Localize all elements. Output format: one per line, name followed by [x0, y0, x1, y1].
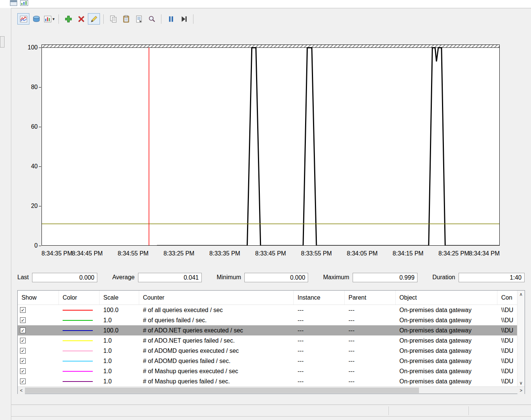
counter-row[interactable]: ✓1.0# of Mashup queries executed / sec--… [18, 366, 518, 376]
status-bar-inner [11, 405, 531, 417]
counter-row[interactable]: ✓1.0# of ADOMD queries failed / sec.----… [18, 356, 518, 366]
dropdown-arrow-icon[interactable]: ▾ [52, 17, 55, 22]
stat-duration: Duration1:40 [432, 273, 524, 282]
show-checkbox[interactable]: ✓ [20, 368, 26, 374]
x-axis-label: 8:33:35 PM [209, 250, 240, 257]
scroll-up-button[interactable]: ∧ [517, 291, 525, 298]
instance-cell: --- [294, 317, 345, 324]
show-checkbox[interactable]: ✓ [20, 358, 26, 364]
view-current-activity-button[interactable] [17, 13, 29, 25]
y-axis-label: 40 [21, 163, 38, 170]
scroll-left-button[interactable]: < [18, 387, 25, 394]
column-header-instance[interactable]: Instance [294, 291, 345, 305]
show-cell: ✓ [18, 368, 59, 374]
scale-cell: 1.0 [100, 358, 139, 365]
instance-cell: --- [294, 368, 345, 375]
column-header-show[interactable]: Show [18, 291, 59, 305]
paste-counter-list-icon [122, 15, 130, 23]
show-cell: ✓ [18, 378, 59, 384]
toolbar-separator [161, 14, 161, 24]
chart-window-icon[interactable] [20, 0, 28, 6]
horizontal-scrollbar-thumb[interactable] [25, 388, 419, 393]
counter-color-swatch [63, 371, 93, 372]
console-tree-splitter[interactable] [0, 36, 5, 48]
stat-minimum: Minimum0.000 [216, 273, 308, 282]
stat-average: Average0.041 [112, 273, 202, 282]
counter-row[interactable]: ✓1.0# of ADO.NET queries failed / sec.--… [18, 335, 518, 346]
column-header-color[interactable]: Color [59, 291, 100, 305]
counter-cell: # of Mashup queries failed / sec. [139, 378, 294, 385]
color-cell [59, 351, 100, 351]
computer-cell: \\DU [497, 317, 518, 324]
x-axis-label: 8:34:34 PM [469, 250, 500, 257]
object-cell: On-premises data gateway [396, 337, 497, 344]
show-checkbox[interactable]: ✓ [20, 317, 26, 323]
highlight-icon [90, 15, 98, 23]
copy-properties-button[interactable] [107, 13, 119, 25]
object-cell: On-premises data gateway [396, 327, 497, 334]
horizontal-scrollbar[interactable]: < > [18, 386, 525, 394]
top-hatch-band [41, 45, 500, 48]
delete-counter-button[interactable] [75, 13, 87, 25]
show-checkbox[interactable]: ✓ [20, 348, 26, 354]
scale-cell: 1.0 [100, 378, 139, 385]
instance-cell: --- [294, 327, 345, 334]
y-axis-tick [39, 246, 41, 246]
paste-counter-list-button[interactable] [120, 13, 132, 25]
scroll-right-button[interactable]: > [517, 387, 525, 394]
instance-cell: --- [294, 337, 345, 344]
freeze-display-button[interactable] [165, 13, 177, 25]
scroll-down-button[interactable]: ∨ [517, 379, 525, 386]
y-axis-label: 60 [21, 123, 38, 130]
show-checkbox[interactable]: ✓ [20, 307, 26, 313]
y-axis-tick [39, 48, 41, 48]
stat-label-average: Average [112, 274, 135, 281]
console-left-strip [0, 8, 11, 420]
x-axis-label: 8:34:55 PM [118, 250, 149, 257]
stat-last: Last0.000 [17, 273, 97, 282]
color-cell [59, 310, 100, 311]
counter-row[interactable]: ✓100.0# of all queries executed / sec---… [18, 305, 518, 315]
column-header-object[interactable]: Object [396, 291, 497, 305]
counter-row[interactable]: ✓100.0# of ADO.NET queries executed / se… [18, 325, 518, 335]
update-data-button[interactable] [178, 13, 190, 25]
column-header-counter[interactable]: Counter [139, 291, 294, 305]
show-checkbox[interactable]: ✓ [20, 338, 26, 343]
show-checkbox[interactable]: ✓ [20, 378, 26, 384]
column-header-con[interactable]: Con [497, 291, 518, 305]
counter-cell: # of ADO.NET queries executed / sec [139, 327, 294, 334]
y-axis-tick [39, 127, 41, 127]
column-header-parent[interactable]: Parent [345, 291, 396, 305]
y-axis-tick [39, 87, 41, 88]
stat-value-duration: 1:40 [459, 273, 525, 282]
add-counter-button[interactable] [62, 13, 74, 25]
scale-cell: 1.0 [100, 337, 139, 344]
stat-label-maximum: Maximum [323, 274, 349, 281]
computer-cell: \\DU [497, 348, 518, 354]
computer-cell: \\DU [497, 337, 518, 344]
y-axis-tick [39, 206, 41, 206]
add-counter-icon [64, 15, 73, 23]
counter-row[interactable]: ✓1.0# of queries failed / sec.------On-p… [18, 315, 518, 325]
show-checkbox[interactable]: ✓ [20, 328, 26, 333]
vertical-scrollbar[interactable]: ∧ ∨ [517, 291, 525, 386]
instance-cell: --- [294, 307, 345, 314]
zoom-icon [147, 15, 156, 23]
properties-button[interactable] [133, 13, 145, 25]
x-axis-label: 8:34:35 PM [41, 250, 72, 257]
parent-cell: --- [345, 378, 396, 385]
scale-cell: 1.0 [100, 348, 139, 354]
window-icon[interactable] [10, 0, 17, 6]
zoom-button[interactable] [146, 13, 158, 25]
column-header-scale[interactable]: Scale [100, 291, 139, 305]
y-axis-label: 0 [21, 242, 38, 249]
x-axis-label: 8:34:15 PM [393, 250, 424, 257]
highlight-button[interactable] [88, 13, 100, 25]
scale-cell: 100.0 [100, 327, 139, 334]
performance-chart-svg [41, 45, 500, 246]
counter-row[interactable]: ✓1.0# of ADOMD queries executed / sec---… [18, 346, 518, 356]
counter-row[interactable]: ✓1.0# of Mashup queries failed / sec.---… [18, 376, 518, 386]
change-graph-type-button[interactable]: ▾ [43, 13, 55, 25]
view-log-data-button[interactable] [30, 13, 42, 25]
y-axis-tick [39, 166, 41, 167]
